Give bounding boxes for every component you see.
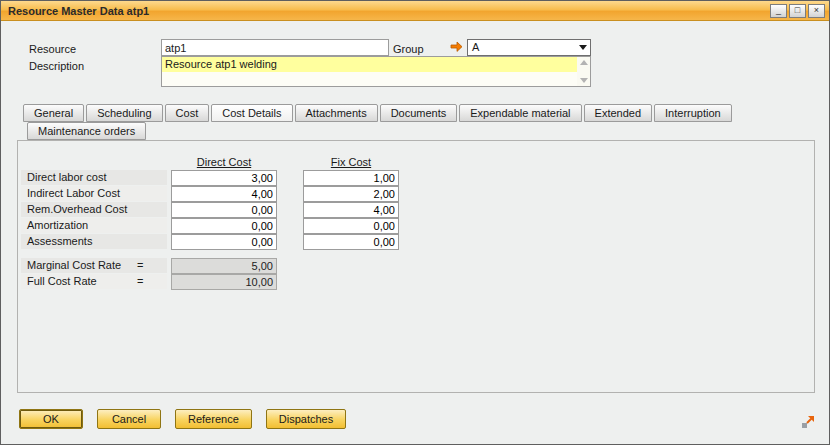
- tab-interruption[interactable]: Interruption: [654, 104, 732, 122]
- fix-cost-column-header: Fix Cost: [303, 155, 399, 169]
- resource-master-data-window: Resource Master Data atp1 _ □ × Resource…: [0, 0, 830, 445]
- resource-label: Resource: [29, 42, 76, 56]
- table-row: Direct labor cost: [21, 170, 399, 186]
- rem-overhead-direct-cost-input[interactable]: [171, 202, 277, 218]
- table-row: Indirect Labor Cost: [21, 186, 399, 202]
- cost-totals: Marginal Cost Rate = 5,00 Full Cost Rate…: [21, 258, 277, 290]
- description-text-area: Resource atp1 welding: [162, 57, 577, 86]
- group-label: Group: [393, 42, 424, 56]
- tab-extended[interactable]: Extended: [584, 104, 652, 122]
- equals-sign: =: [137, 274, 167, 289]
- direct-labor-direct-cost-input[interactable]: [171, 170, 277, 186]
- tab-expendable-material[interactable]: Expendable material: [459, 104, 581, 122]
- tab-cost[interactable]: Cost: [165, 104, 210, 122]
- description-scrollbar[interactable]: [577, 57, 590, 86]
- description-text: Resource atp1 welding: [162, 57, 577, 72]
- marginal-cost-rate-value: 5,00: [171, 258, 277, 274]
- cancel-button[interactable]: Cancel: [97, 409, 161, 429]
- group-value: A: [468, 40, 576, 55]
- table-row: Rem.Overhead Cost: [21, 202, 399, 218]
- full-cost-rate-label: Full Cost Rate: [21, 274, 137, 289]
- direct-cost-column-header: Direct Cost: [171, 155, 277, 169]
- minimize-button[interactable]: _: [770, 4, 787, 18]
- tab-cost-details[interactable]: Cost Details: [211, 104, 292, 122]
- indirect-labor-direct-cost-input[interactable]: [171, 186, 277, 202]
- marginal-cost-rate-label: Marginal Cost Rate: [21, 258, 137, 273]
- scroll-up-icon[interactable]: [580, 60, 588, 65]
- rem-overhead-fix-cost-input[interactable]: [303, 202, 399, 218]
- cost-rows: Direct labor cost Indirect Labor Cost Re…: [21, 170, 399, 250]
- direct-labor-fix-cost-input[interactable]: [303, 170, 399, 186]
- row-label: Assessments: [21, 234, 167, 249]
- assessments-direct-cost-input[interactable]: [171, 234, 277, 250]
- tab-scheduling[interactable]: Scheduling: [86, 104, 162, 122]
- link-arrow-icon[interactable]: [450, 41, 463, 55]
- scroll-down-icon[interactable]: [580, 78, 588, 83]
- tab-documents[interactable]: Documents: [380, 104, 458, 122]
- table-row: Amortization: [21, 218, 399, 234]
- close-button[interactable]: ×: [808, 4, 825, 18]
- dropdown-arrow-icon[interactable]: [576, 40, 590, 55]
- description-field[interactable]: Resource atp1 welding: [161, 56, 591, 87]
- row-label: Direct labor cost: [21, 170, 167, 185]
- amortization-direct-cost-input[interactable]: [171, 218, 277, 234]
- full-cost-rate-row: Full Cost Rate = 10,00: [21, 274, 277, 290]
- tab-general[interactable]: General: [23, 104, 84, 122]
- indirect-labor-fix-cost-input[interactable]: [303, 186, 399, 202]
- equals-sign: =: [137, 258, 167, 273]
- row-label: Indirect Labor Cost: [21, 186, 167, 201]
- group-dropdown[interactable]: A: [467, 39, 591, 56]
- row-label: Rem.Overhead Cost: [21, 202, 167, 217]
- resource-input[interactable]: [161, 39, 389, 56]
- assessments-fix-cost-input[interactable]: [303, 234, 399, 250]
- window-titlebar[interactable]: Resource Master Data atp1 _ □ ×: [1, 1, 829, 21]
- description-label: Description: [29, 59, 84, 73]
- resize-form-icon[interactable]: [801, 415, 815, 429]
- tab-bar-row2: Maintenance orders: [27, 122, 148, 140]
- tab-bar: General Scheduling Cost Cost Details Att…: [23, 104, 734, 122]
- amortization-fix-cost-input[interactable]: [303, 218, 399, 234]
- ok-button[interactable]: OK: [19, 409, 83, 429]
- full-cost-rate-value: 10,00: [171, 274, 277, 290]
- window-controls: _ □ ×: [770, 4, 825, 18]
- table-row: Assessments: [21, 234, 399, 250]
- row-label: Amortization: [21, 218, 167, 233]
- footer-buttons: OK Cancel Reference Dispatches: [19, 409, 346, 429]
- tab-attachments[interactable]: Attachments: [295, 104, 378, 122]
- maximize-button[interactable]: □: [789, 4, 806, 18]
- reference-button[interactable]: Reference: [175, 409, 252, 429]
- tab-maintenance-orders[interactable]: Maintenance orders: [27, 122, 146, 140]
- marginal-cost-rate-row: Marginal Cost Rate = 5,00: [21, 258, 277, 274]
- window-title: Resource Master Data atp1: [5, 5, 770, 17]
- dispatches-button[interactable]: Dispatches: [266, 409, 346, 429]
